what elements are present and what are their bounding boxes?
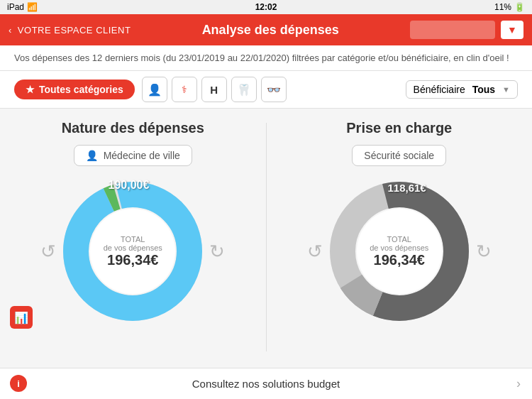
wifi-icon: 📶	[27, 2, 38, 12]
info-text: Vos dépenses des 12 derniers mois (du 23…	[14, 53, 509, 63]
categories-button[interactable]: ★ Toutes catégories	[14, 80, 135, 99]
left-category-badge: 👤 Médecine de ville	[74, 145, 192, 166]
filter-optical-icon-btn[interactable]: 👓	[261, 77, 287, 102]
right-donut-label: TOTAL de vos dépenses 196,34€	[370, 235, 428, 268]
person-icon: 👤	[148, 83, 162, 97]
header-right: ▼	[410, 21, 523, 39]
left-category-icon: 👤	[86, 150, 98, 161]
footer-info-icon-container: i	[10, 375, 27, 392]
back-label: VOTRE ESPACE CLIENT	[18, 25, 131, 35]
left-panel: Nature des dépenses 👤 Médecine de ville …	[0, 109, 266, 366]
left-floating-amount: 190,00€	[109, 179, 150, 192]
status-bar: iPad 📶 12:02 11% 🔋	[0, 0, 532, 14]
header: ‹ VOTRE ESPACE CLIENT Analyse des dépens…	[0, 14, 532, 45]
dropdown-arrow-icon: ▼	[507, 24, 517, 35]
battery-icon: 🔋	[514, 2, 525, 12]
chart-icon: 📊	[14, 311, 28, 324]
filter-pharmacy-icon-btn[interactable]: ⚕	[172, 77, 197, 102]
battery-label: 11%	[494, 2, 511, 12]
left-category-label: Médecine de ville	[104, 150, 180, 161]
page-title: Analyse des dépenses	[131, 23, 410, 38]
pharmacy-icon: ⚕	[182, 84, 187, 95]
right-arrow-left-button[interactable]: ↺	[307, 241, 323, 263]
right-total-amount: 196,34€	[370, 252, 428, 268]
star-icon: ★	[26, 84, 35, 95]
right-panel-title: Prise en charge	[346, 120, 452, 136]
filter-bar: ★ Toutes catégories 👤 ⚕ H 🦷 👓 Bénéficiai…	[0, 71, 532, 109]
beneficiary-dropdown[interactable]: Bénéficiaire Tous ▼	[406, 80, 518, 99]
device-label: iPad	[7, 2, 24, 12]
left-arrow-right-button[interactable]: ↻	[209, 241, 225, 263]
footer-text: Consultez nos solutions budget	[192, 378, 340, 390]
optical-icon: 👓	[267, 83, 281, 97]
bottom-chart-icon[interactable]: 📊	[10, 306, 33, 329]
left-panel-title: Nature des dépenses	[62, 120, 204, 136]
categories-label: Toutes catégories	[39, 84, 123, 95]
beneficiary-chevron-icon: ▼	[502, 85, 510, 94]
dropdown-button[interactable]: ▼	[501, 21, 523, 39]
filter-person-icon-btn[interactable]: 👤	[142, 77, 167, 102]
right-total-sub: de vos dépenses	[370, 244, 428, 252]
beneficiary-value: Tous	[472, 84, 495, 95]
info-bar: Vos dépenses des 12 derniers mois (du 23…	[0, 45, 532, 71]
left-donut-label: TOTAL de vos dépenses 196,34€	[104, 235, 162, 268]
filter-icons: 👤 ⚕ H 🦷 👓	[142, 77, 287, 102]
right-category-badge: Sécurité sociale	[352, 145, 446, 166]
hospital-icon: H	[210, 84, 218, 96]
filter-dental-icon-btn[interactable]: 🦷	[231, 77, 257, 102]
left-arrow-left-button[interactable]: ↺	[40, 241, 56, 263]
dental-icon: 🦷	[237, 83, 251, 97]
right-total-text: TOTAL	[370, 235, 428, 244]
status-left: iPad 📶	[7, 2, 38, 12]
right-panel: Prise en charge Sécurité sociale TOTAL d…	[267, 109, 533, 366]
left-total-amount: 196,34€	[104, 252, 162, 268]
footer[interactable]: i Consultez nos solutions budget ›	[0, 368, 532, 399]
filter-hospital-icon-btn[interactable]: H	[201, 77, 227, 102]
left-total-text: TOTAL	[104, 235, 162, 244]
beneficiary-label: Bénéficiaire	[414, 84, 465, 95]
main-content: Nature des dépenses 👤 Médecine de ville …	[0, 109, 532, 366]
right-arrow-right-button[interactable]: ↻	[476, 241, 492, 263]
time-display: 12:02	[255, 2, 277, 12]
footer-arrow-icon: ›	[516, 376, 521, 391]
info-icon: i	[10, 375, 27, 392]
right-category-label: Sécurité sociale	[364, 150, 434, 161]
left-total-sub: de vos dépenses	[104, 244, 162, 252]
status-right: 11% 🔋	[494, 2, 525, 12]
right-floating-amount: 118,61€	[387, 182, 426, 194]
chevron-left-icon: ‹	[9, 25, 12, 35]
search-input[interactable]	[410, 21, 495, 39]
back-button[interactable]: ‹ VOTRE ESPACE CLIENT	[9, 25, 131, 35]
